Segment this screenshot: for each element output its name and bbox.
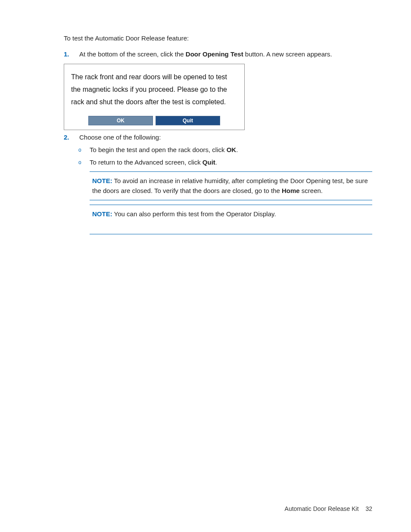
step-number: 2. [64, 134, 79, 141]
quit-button[interactable]: Quit [156, 116, 220, 125]
note-box-1: NOTE: To avoid an increase in relative h… [90, 171, 372, 200]
step-body: Choose one of the following: [79, 134, 372, 141]
footer-title: Automatic Door Release Kit [285, 505, 359, 512]
bullet-icon: o [78, 145, 90, 155]
sub-body: To return to the Advanced screen, click … [90, 158, 372, 168]
sub2-pre: To return to the Advanced screen, click [90, 159, 202, 166]
step1-pre: At the bottom of the screen, click the [79, 50, 186, 58]
note-label: NOTE: [92, 210, 112, 218]
step-body: At the bottom of the screen, click the D… [79, 50, 372, 58]
sub-item: o To begin the test and open the rack do… [78, 145, 372, 155]
sub2-bold: Quit [202, 159, 215, 166]
sub1-pre: To begin the test and open the rack door… [90, 146, 227, 153]
intro-text: To test the Automatic Door Release featu… [64, 34, 372, 42]
dialog-buttons: OK Quit [71, 116, 237, 125]
note2-text: You can also perform this test from the … [112, 210, 276, 218]
sub-body: To begin the test and open the rack door… [90, 145, 372, 155]
note-box-2: NOTE: You can also perform this test fro… [90, 205, 372, 234]
dialog-box: The rack front and rear doors will be op… [64, 64, 245, 130]
bullet-icon: o [78, 158, 90, 167]
note1-bold: Home [282, 187, 300, 194]
ok-button[interactable]: OK [88, 116, 153, 125]
sub1-post: . [236, 146, 238, 153]
note1-post: screen. [300, 187, 323, 194]
step-1: 1. At the bottom of the screen, click th… [64, 50, 372, 58]
step1-post: button. A new screen appears. [243, 50, 332, 58]
sub-item: o To return to the Advanced screen, clic… [78, 158, 372, 168]
sub2-post: . [215, 159, 217, 166]
step-number: 1. [64, 50, 79, 58]
sub1-bold: OK [227, 146, 237, 153]
page-footer: Automatic Door Release Kit 32 [285, 505, 372, 512]
sublist: o To begin the test and open the rack do… [64, 145, 372, 167]
step-2: 2. Choose one of the following: [64, 134, 372, 141]
note1-pre: To avoid an increase in relative humidit… [92, 177, 368, 194]
page-number: 32 [365, 505, 372, 512]
step1-bold: Door Opening Test [186, 50, 243, 58]
note-label: NOTE: [92, 177, 112, 184]
dialog-message: The rack front and rear doors will be op… [71, 71, 237, 108]
